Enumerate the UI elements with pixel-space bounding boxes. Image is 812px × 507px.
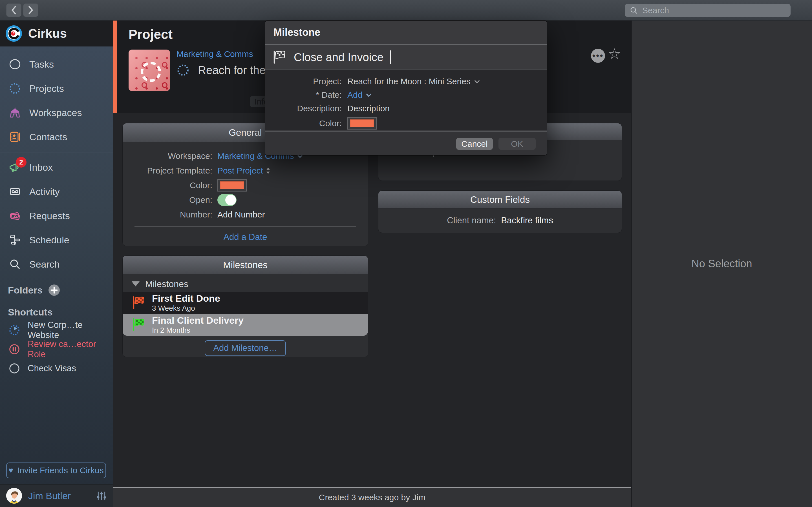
shortcut-item-check-visas[interactable]: Check Visas bbox=[0, 359, 113, 378]
ellipsis-icon: ••• bbox=[592, 51, 604, 61]
dialog-color-swatch-fill bbox=[350, 119, 374, 127]
workspace-link[interactable]: Marketing & Comms bbox=[176, 49, 253, 59]
more-options-button[interactable]: ••• bbox=[591, 49, 605, 63]
custom-fields-header: Custom Fields bbox=[378, 191, 622, 209]
dialog-date-add[interactable]: Add bbox=[347, 90, 372, 100]
milestone-row[interactable]: First Edit Done 3 Weeks Ago bbox=[123, 292, 368, 314]
client-name-value[interactable]: Backfire films bbox=[501, 216, 553, 226]
shortcut-item-new-corporate-website[interactable]: New Corp…te Website bbox=[0, 321, 113, 340]
sidebar-item-projects[interactable]: Projects bbox=[0, 76, 113, 101]
flag-icon bbox=[132, 295, 145, 311]
circus-tent-icon bbox=[8, 106, 21, 119]
dialog-description-field[interactable]: Description bbox=[347, 104, 390, 113]
dialog-form: Project: Reach for the Moon : Mini Serie… bbox=[265, 70, 547, 130]
no-selection-text: No Selection bbox=[691, 258, 752, 270]
general-rows: Workspace: Marketing & Comms Project Tem… bbox=[123, 142, 368, 242]
sidebar-item-search[interactable]: Search bbox=[0, 252, 113, 276]
dialog-date-label: * Date: bbox=[265, 90, 347, 100]
color-label: Color: bbox=[123, 180, 217, 190]
cirkus-logo-icon bbox=[5, 25, 22, 42]
avatar bbox=[6, 488, 22, 504]
sidebar-item-label: Schedule bbox=[29, 235, 69, 245]
dialog-color-row: Color: bbox=[265, 115, 547, 131]
sidebar-item-tasks[interactable]: Tasks bbox=[0, 52, 113, 76]
ok-button[interactable]: OK bbox=[499, 138, 536, 150]
sidebar-item-label: Search bbox=[29, 259, 60, 270]
sidebar-item-requests[interactable]: Requests bbox=[0, 204, 113, 228]
search-input[interactable] bbox=[642, 5, 786, 15]
number-value[interactable]: Add Number bbox=[217, 210, 265, 219]
project-status-ring-icon bbox=[176, 64, 190, 76]
sidebar-divider bbox=[0, 152, 113, 152]
shortcut-item-review-director-role[interactable]: Review ca…ector Role bbox=[0, 340, 113, 359]
milestone-text: First Edit Done 3 Weeks Ago bbox=[152, 293, 220, 313]
chevron-right-icon bbox=[28, 5, 34, 15]
color-swatch[interactable] bbox=[217, 179, 247, 191]
template-value[interactable]: Post Project bbox=[217, 166, 270, 175]
client-name-row: Client name: Backfire films bbox=[378, 209, 622, 232]
dialog-date-value-text: Add bbox=[347, 90, 362, 100]
invite-friends-button[interactable]: ♥ Invite Friends to Cirkus bbox=[6, 462, 106, 478]
milestone-name: Final Client Delivery bbox=[152, 315, 244, 326]
milestones-group-row[interactable]: Milestones bbox=[123, 276, 368, 292]
milestones-panel-header: Milestones bbox=[123, 256, 368, 274]
created-text: Created 3 weeks ago by Jim bbox=[319, 493, 426, 502]
open-toggle[interactable] bbox=[217, 194, 237, 206]
folders-section-header: Folders bbox=[0, 276, 113, 299]
text-caret bbox=[390, 50, 391, 64]
template-row: Project Template: Post Project bbox=[123, 163, 368, 178]
milestone-name-input[interactable]: Close and Invoice bbox=[294, 51, 384, 64]
back-button[interactable] bbox=[6, 3, 21, 17]
forward-button[interactable] bbox=[23, 3, 38, 17]
general-divider bbox=[135, 226, 356, 227]
sidebar-item-label: Activity bbox=[29, 186, 60, 197]
open-row: Open: bbox=[123, 193, 368, 207]
folders-label: Folders bbox=[8, 285, 43, 296]
cancel-button[interactable]: Cancel bbox=[456, 138, 493, 150]
sidebar-item-inbox[interactable]: 2 Inbox bbox=[0, 155, 113, 179]
global-search-field[interactable] bbox=[625, 4, 791, 17]
milestone-date: 3 Weeks Ago bbox=[152, 304, 220, 313]
user-bar[interactable]: Jim Butler bbox=[0, 484, 113, 507]
sidebar-nav: Tasks Projects Workspaces bbox=[0, 47, 113, 276]
milestones-group-label: Milestones bbox=[145, 279, 188, 289]
user-name: Jim Butler bbox=[28, 490, 90, 501]
dialog-color-swatch[interactable] bbox=[347, 117, 377, 129]
chevron-down-icon bbox=[474, 79, 480, 83]
chevron-down-icon bbox=[366, 93, 372, 97]
add-date-button[interactable]: Add a Date bbox=[123, 232, 368, 242]
page-title: Project bbox=[129, 27, 172, 42]
magnifier-icon bbox=[629, 6, 638, 15]
add-milestone-button[interactable]: Add Milestone… bbox=[205, 340, 286, 356]
sidebar: Cirkus Tasks Projects Workspaces bbox=[0, 20, 113, 507]
sidebar-item-workspaces[interactable]: Workspaces bbox=[0, 101, 113, 125]
open-label: Open: bbox=[123, 195, 217, 205]
address-book-icon bbox=[8, 130, 21, 144]
color-row: Color: bbox=[123, 178, 368, 193]
sliders-icon[interactable] bbox=[96, 490, 107, 501]
milestone-dialog: Milestone Close and Invoice Project: Rea… bbox=[265, 20, 547, 155]
sidebar-item-activity[interactable]: Activity bbox=[0, 179, 113, 204]
sidebar-item-schedule[interactable]: Schedule bbox=[0, 228, 113, 252]
shortcuts-section-header: Shortcuts bbox=[0, 299, 113, 321]
sidebar-item-contacts[interactable]: Contacts bbox=[0, 125, 113, 149]
window-toolbar bbox=[0, 0, 812, 20]
invite-label: Invite Friends to Cirkus bbox=[17, 466, 104, 475]
dashed-circle-icon bbox=[8, 82, 21, 95]
milestone-row-selected[interactable]: Final Client Delivery In 2 Months bbox=[123, 314, 368, 336]
cassette-icon bbox=[8, 185, 21, 198]
milestone-name-field[interactable]: Close and Invoice bbox=[265, 45, 547, 70]
project-thumbnail[interactable] bbox=[129, 50, 170, 91]
megaphone-icon: 2 bbox=[8, 161, 21, 174]
dialog-project-value[interactable]: Reach for the Moon : Mini Series bbox=[347, 76, 480, 86]
project-progress-icon bbox=[8, 324, 20, 336]
favorite-star-button[interactable]: ☆ bbox=[608, 47, 621, 61]
template-value-text: Post Project bbox=[217, 166, 263, 175]
add-folder-button[interactable] bbox=[48, 284, 61, 297]
custom-fields-panel: Custom Fields Client name: Backfire film… bbox=[378, 190, 622, 233]
dialog-project-row: Project: Reach for the Moon : Mini Serie… bbox=[265, 75, 547, 88]
circle-icon bbox=[8, 58, 21, 71]
flag-outline-icon bbox=[272, 50, 287, 65]
client-name-label: Client name: bbox=[447, 216, 496, 226]
app-name: Cirkus bbox=[28, 26, 67, 41]
